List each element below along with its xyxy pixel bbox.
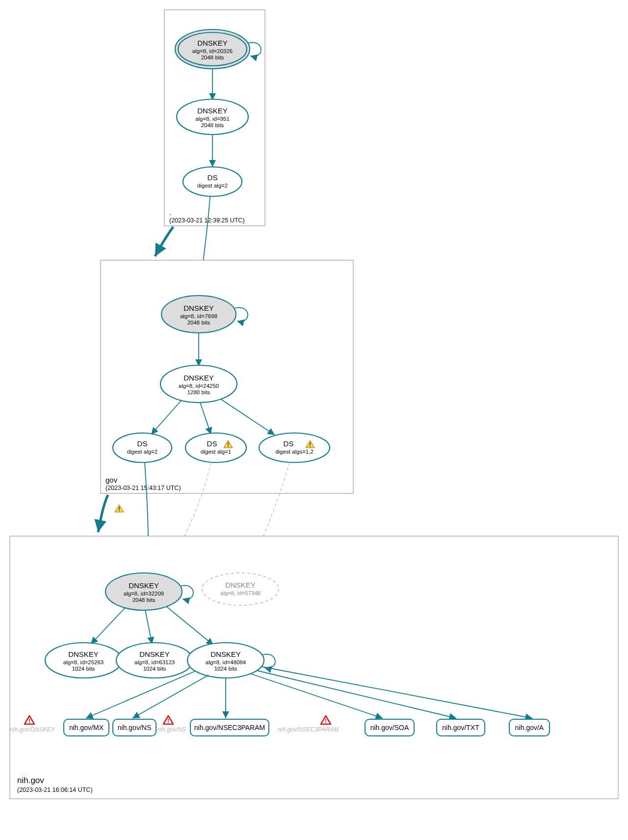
svg-text:!: ! [118,506,120,513]
svg-point-7 [185,433,246,462]
nih-z3-alg: alg=8, id=48084 [206,659,246,665]
gov-zsk-alg: alg=8, id=24250 [179,383,219,389]
svg-text:!: ! [28,718,30,725]
rr-mx: nih.gov/MX [69,724,104,732]
nih-z3-title: DNSKEY [210,650,241,658]
root-ksk-title: DNSKEY [197,39,228,47]
gov-ds1-title: DS [137,439,148,448]
svg-text:!: ! [167,718,169,725]
zone-ts-root: (2023-03-21 12:39:25 UTC) [169,217,245,224]
gov-ksk-alg: alg=8, id=7698 [180,313,217,319]
rr-n3p: nih.gov/NSEC3PARAM [194,724,265,732]
dnssec-graph: . (2023-03-21 12:39:25 UTC) DNSKEY alg=8… [0,0,628,840]
root-ds-title: DS [208,173,218,182]
svg-point-13 [202,573,279,605]
nih-z1-title: DNSKEY [68,650,99,658]
root-zsk-alg: alg=8, id=951 [195,116,230,122]
ghost-ns: nih.gov/NS [157,726,186,733]
gov-ds2-title: DS [207,439,217,448]
nih-ksk-alg: alg=8, id=32209 [124,591,164,596]
rr-txt: nih.gov/TXT [442,724,479,732]
svg-point-3 [183,167,242,196]
gov-ksk-bits: 2048 bits [187,320,210,325]
gov-ds3-title: DS [284,439,294,448]
zone-label-gov: gov [105,476,118,484]
svg-text:!: ! [227,441,229,448]
nih-z3-bits: 1024 bits [214,666,237,672]
zone-label-root: . [169,208,171,217]
nih-z2-alg: alg=8, id=63123 [134,659,175,665]
svg-point-6 [113,433,172,462]
gov-zsk-bits: 1280 bits [187,389,210,395]
svg-text:!: ! [309,441,311,448]
root-zsk-title: DNSKEY [197,107,228,115]
gov-ds1-alg: digest alg=2 [127,449,157,455]
gov-ds3-alg: digest algs=1,2 [275,449,314,455]
ghost-dnskey: nih.gov/DNSKEY [10,726,55,733]
zone-ts-nih: (2023-03-21 16:06:14 UTC) [17,786,93,793]
root-ksk-alg: alg=8, id=20326 [192,48,233,54]
rr-soa: nih.gov/SOA [370,724,409,732]
rr-a: nih.gov/A [515,724,544,732]
ghost-n3p: nih.gov/NSEC3PARAM [278,726,339,733]
gov-ds2-alg: digest alg=1 [201,449,231,455]
nih-ksk-bits: 2048 bits [132,597,156,603]
nih-ghost-alg: alg=8, id=57346 [220,590,261,596]
gov-zsk-title: DNSKEY [183,374,214,382]
nih-z1-alg: alg=8, id=25263 [63,659,104,665]
root-zsk-bits: 2048 bits [201,122,224,128]
zone-label-nih: nih.gov [17,776,44,785]
nih-z2-title: DNSKEY [139,650,170,658]
root-ds-alg: digest alg=2 [197,183,228,189]
nih-ksk-title: DNSKEY [129,581,159,590]
gov-ksk-title: DNSKEY [183,304,214,312]
root-ksk-bits: 2048 bits [201,54,224,60]
nih-z1-bits: 1024 bits [72,666,95,672]
rr-ns: nih.gov/NS [118,724,151,732]
svg-point-9 [259,433,330,462]
svg-text:!: ! [325,718,327,725]
zone-ts-gov: (2023-03-21 15:43:17 UTC) [105,485,181,491]
nih-z2-bits: 1024 bits [143,666,166,672]
warning-icon: ! [115,505,124,513]
nih-ghost-title: DNSKEY [225,581,256,589]
